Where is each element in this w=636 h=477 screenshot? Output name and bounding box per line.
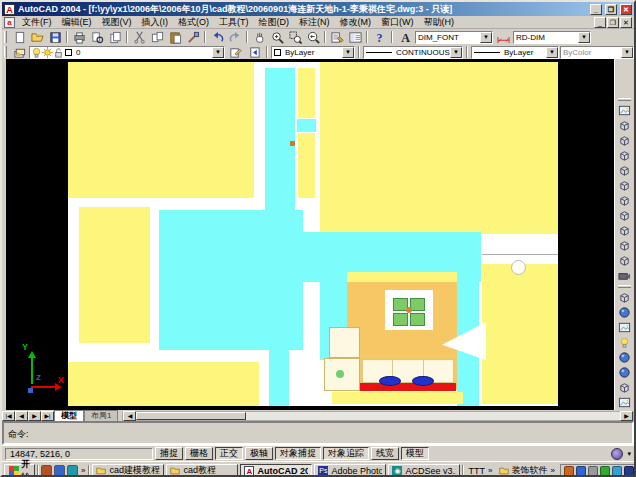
taskbar-task[interactable]: AAutoCAD 200...: [240, 464, 312, 477]
taskbar-toolbar-TTT[interactable]: TTT»: [466, 466, 495, 476]
properties-icon[interactable]: [328, 30, 346, 45]
status-toggle-正交[interactable]: 正交: [215, 447, 243, 460]
dim-style-icon[interactable]: [494, 30, 512, 45]
status-toggle-对象捕捉[interactable]: 对象捕捉: [275, 447, 321, 460]
layer-on-icon[interactable]: [30, 46, 41, 58]
scroll-left-icon[interactable]: ◀: [123, 411, 136, 421]
menu-m[interactable]: 修改(M): [335, 16, 377, 29]
tray-icon-2[interactable]: [576, 466, 586, 476]
status-toggle-捕捉[interactable]: 捕捉: [155, 447, 183, 460]
redo-icon[interactable]: [226, 30, 244, 45]
tab-layout1[interactable]: 布局1: [84, 410, 118, 421]
menu-v[interactable]: 视图(V): [97, 16, 137, 29]
background-icon[interactable]: [616, 395, 632, 410]
tray-icon-1[interactable]: [564, 466, 574, 476]
bottom-view-icon[interactable]: [616, 133, 632, 148]
match-properties-icon[interactable]: [184, 30, 202, 45]
lights-icon[interactable]: [616, 335, 632, 350]
dim-style-combo[interactable]: RD-DIM ▼: [513, 31, 591, 44]
render-icon[interactable]: [616, 305, 632, 320]
right-view-icon[interactable]: [616, 163, 632, 178]
communication-center-icon[interactable]: [611, 448, 623, 460]
ne-isometric-icon[interactable]: [616, 238, 632, 253]
scenes-icon[interactable]: [616, 320, 632, 335]
menu-d[interactable]: 绘图(D): [254, 16, 295, 29]
layer-thaw-icon[interactable]: [41, 46, 52, 58]
zoom-realtime-icon[interactable]: [268, 30, 286, 45]
tab-last-button[interactable]: ▶|: [41, 411, 54, 421]
top-view-icon[interactable]: [616, 118, 632, 133]
tray-icon-6[interactable]: [624, 466, 634, 476]
pan-icon[interactable]: [250, 30, 268, 45]
designcenter-icon[interactable]: [346, 30, 364, 45]
quick-launch-icon-1[interactable]: [41, 465, 52, 476]
tray-icon-3[interactable]: [588, 466, 598, 476]
hide-icon[interactable]: [616, 290, 632, 305]
mapping-icon[interactable]: [616, 380, 632, 395]
doc-restore-button[interactable]: ❐: [607, 17, 619, 28]
plot-preview-icon[interactable]: [88, 30, 106, 45]
publish-icon[interactable]: [106, 30, 124, 45]
se-isometric-icon[interactable]: [616, 223, 632, 238]
start-button[interactable]: 开始: [4, 464, 35, 477]
toolbar-grip[interactable]: [618, 98, 631, 101]
chevron-down-icon[interactable]: ▼: [578, 32, 590, 43]
menu-w[interactable]: 窗口(W): [376, 16, 419, 29]
chevron-icon[interactable]: »: [549, 466, 555, 475]
save-icon[interactable]: [46, 30, 64, 45]
zoom-previous-icon[interactable]: [304, 30, 322, 45]
undo-icon[interactable]: [208, 30, 226, 45]
materials-icon[interactable]: [616, 350, 632, 365]
status-toggle-模型[interactable]: 模型: [401, 447, 429, 460]
taskbar-task[interactable]: cad教程: [166, 464, 238, 477]
horizontal-scrollbar[interactable]: ◀ ▶: [122, 411, 634, 421]
status-toggle-极轴[interactable]: 极轴: [245, 447, 273, 460]
menu-i[interactable]: 插入(I): [137, 16, 174, 29]
chevron-down-icon[interactable]: ▼: [480, 32, 492, 43]
scroll-right-icon[interactable]: ▶: [620, 411, 633, 421]
menu-o[interactable]: 格式(O): [173, 16, 214, 29]
linetype-combo[interactable]: CONTINUOUS ▼: [363, 46, 463, 59]
taskbar-task[interactable]: PsAdobe Photo...: [314, 464, 386, 477]
layer-lock-icon[interactable]: [52, 46, 63, 58]
tab-first-button[interactable]: |◀: [2, 411, 15, 421]
chevron-icon[interactable]: »: [80, 466, 86, 475]
camera-icon[interactable]: [616, 268, 632, 283]
sw-isometric-icon[interactable]: [616, 208, 632, 223]
chevron-icon[interactable]: »: [487, 466, 493, 475]
quick-launch-icon-2[interactable]: [54, 465, 65, 476]
cut-icon[interactable]: [130, 30, 148, 45]
text-style-combo[interactable]: DIM_FONT ▼: [415, 31, 493, 44]
color-combo[interactable]: ByLayer ▼: [271, 46, 355, 59]
doc-close-button[interactable]: ✕: [620, 17, 632, 28]
paste-icon[interactable]: [166, 30, 184, 45]
lineweight-combo[interactable]: ByLayer ▼: [471, 46, 559, 59]
plot-icon[interactable]: [70, 30, 88, 45]
chevron-down-icon[interactable]: ▼: [342, 47, 354, 58]
materials-library-icon[interactable]: [616, 365, 632, 380]
front-view-icon[interactable]: [616, 178, 632, 193]
command-window[interactable]: 命令:: [2, 421, 634, 445]
taskbar-toolbar-装饰软件[interactable]: 装饰软件»: [497, 464, 557, 477]
tab-prev-button[interactable]: ◀: [15, 411, 28, 421]
menu-h[interactable]: 帮助(H): [419, 16, 460, 29]
drawing-canvas[interactable]: Y X Z: [6, 59, 618, 410]
layer-manager-icon[interactable]: [10, 45, 28, 60]
status-toggle-线宽[interactable]: 线宽: [371, 447, 399, 460]
copy-icon[interactable]: [148, 30, 166, 45]
layer-previous-icon[interactable]: [245, 45, 263, 60]
quick-launch-icon-3[interactable]: [67, 465, 78, 476]
toolbar-grip[interactable]: [4, 31, 7, 44]
menu-e[interactable]: 编辑(E): [57, 16, 97, 29]
status-toggle-对象追踪[interactable]: 对象追踪: [323, 447, 369, 460]
nw-isometric-icon[interactable]: [616, 253, 632, 268]
open-icon[interactable]: [28, 30, 46, 45]
new-icon[interactable]: [10, 30, 28, 45]
menu-f[interactable]: 文件(F): [17, 16, 57, 29]
toolbar-grip[interactable]: [4, 46, 7, 57]
status-menu-arrow-icon[interactable]: ▾: [627, 450, 631, 458]
text-style-icon[interactable]: A: [396, 30, 414, 45]
menu-t[interactable]: 工具(T): [214, 16, 254, 29]
tray-icon-4[interactable]: [600, 466, 610, 476]
named-views-icon[interactable]: [616, 103, 632, 118]
